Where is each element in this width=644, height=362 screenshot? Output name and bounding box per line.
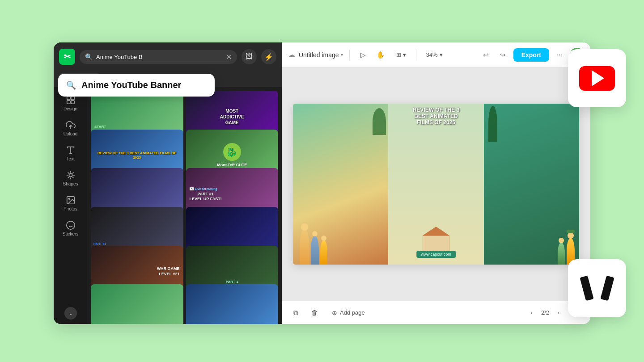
add-page-icon: ⊕ <box>332 309 337 316</box>
template-card[interactable]: PART 1 TIPS ON HOW <box>186 284 279 324</box>
search-dropdown: 🔍 Anime YouTube Banner <box>58 74 215 97</box>
sidebar-item-label: Shapes <box>63 181 78 186</box>
design-icon <box>66 95 76 105</box>
sidebar: ✂ 🔍 ✕ 🖼 ⚡ 🔍 Anime YouTube Banner Most po… <box>54 42 282 324</box>
delete-page-button[interactable]: 🗑 <box>308 306 321 320</box>
sidebar-item-shapes[interactable]: Shapes <box>57 167 84 190</box>
export-button[interactable]: Export <box>513 48 549 62</box>
more-button[interactable]: ··· <box>553 48 566 62</box>
toolbar-center: ▷ ✋ ⊞ ▾ 34% ▾ <box>356 48 475 62</box>
toolbar-divider-2 <box>416 50 416 60</box>
toolbar-left: ☁ Untitled image ▾ <box>288 51 343 59</box>
text-icon <box>66 145 76 155</box>
canvas-wrapper: REVIEW OF THE 3 BEST ANIMATED FILMS OF 2… <box>282 67 590 301</box>
canvas-area: ☁ Untitled image ▾ ▷ ✋ ⊞ ▾ 34% ▾ <box>282 42 590 324</box>
sidebar-top: ✂ 🔍 ✕ 🖼 ⚡ <box>54 42 282 69</box>
next-page-button[interactable]: › <box>553 307 564 319</box>
nav-icons: Design Upload Text Shapes Photos <box>54 87 87 324</box>
banner-panel-2: REVIEW OF THE 3 BEST ANIMATED FILMS OF 2… <box>388 104 483 265</box>
logo-icon: ✂ <box>59 49 75 65</box>
layout-icon: ⊞ <box>396 51 401 58</box>
svg-rect-3 <box>71 101 74 104</box>
svg-rect-15 <box>592 284 602 293</box>
add-page-label: Add page <box>340 309 365 316</box>
search-dropdown-text: Anime YouTube Banner <box>81 80 181 90</box>
svg-point-10 <box>66 221 74 229</box>
banner-main-title: REVIEW OF THE 3 BEST ANIMATED FILMS OF 2… <box>407 107 465 126</box>
app-container: ✂ 🔍 ✕ 🖼 ⚡ 🔍 Anime YouTube Banner Most po… <box>54 42 590 324</box>
canvas-document[interactable]: REVIEW OF THE 3 BEST ANIMATED FILMS OF 2… <box>293 104 579 265</box>
clear-search-icon[interactable]: ✕ <box>226 53 232 61</box>
sidebar-content: Design Upload Text Shapes Photos <box>54 87 282 324</box>
svg-point-7 <box>69 173 72 177</box>
page-indicator: 2/2 <box>541 309 549 316</box>
select-tool-button[interactable]: ▷ <box>356 48 370 62</box>
cloud-icon: ☁ <box>288 51 295 59</box>
nav-collapse-button[interactable]: ⌄ <box>64 307 77 320</box>
youtube-floating-icon <box>568 49 626 107</box>
banner-panel-1 <box>293 104 388 265</box>
upload-icon <box>66 120 76 130</box>
sidebar-item-text[interactable]: Text <box>57 142 84 165</box>
hand-tool-button[interactable]: ✋ <box>374 48 388 62</box>
prev-page-button[interactable]: ‹ <box>526 307 538 319</box>
zoom-value: 34% <box>426 51 438 58</box>
nav-bottom: ⌄ <box>64 303 77 320</box>
layout-arrow: ▾ <box>403 51 406 58</box>
sidebar-item-label: Design <box>64 106 77 111</box>
banner-panel-3 <box>484 104 579 265</box>
toolbar: ☁ Untitled image ▾ ▷ ✋ ⊞ ▾ 34% ▾ <box>282 42 590 67</box>
search-input[interactable] <box>96 54 222 60</box>
capcut-floating-icon <box>568 259 626 317</box>
sidebar-item-label: Stickers <box>63 232 79 236</box>
youtube-triangle <box>592 70 604 86</box>
sidebar-item-stickers[interactable]: Stickers <box>57 217 84 240</box>
doc-title-arrow: ▾ <box>341 52 343 57</box>
bottom-bar: ⧉ 🗑 ⊕ Add page ‹ 2/2 › ⛶ <box>282 301 590 324</box>
undo-button[interactable]: ↩ <box>479 48 493 62</box>
layout-button[interactable]: ⊞ ▾ <box>392 49 411 60</box>
sidebar-item-upload[interactable]: Upload <box>57 117 84 140</box>
document-title[interactable]: Untitled image ▾ <box>299 51 343 59</box>
svg-rect-0 <box>67 97 70 100</box>
template-grid: START NEW GAMEPLAY MOSTADDICTIVEGAME REV… <box>87 87 282 324</box>
stickers-icon <box>66 220 76 230</box>
svg-rect-13 <box>580 276 593 301</box>
search-dropdown-icon: 🔍 <box>66 80 76 90</box>
photos-icon <box>66 195 76 205</box>
sidebar-item-label: Upload <box>64 131 78 136</box>
svg-rect-14 <box>600 276 614 301</box>
redo-button[interactable]: ↪ <box>496 48 510 62</box>
sidebar-item-photos[interactable]: Photos <box>57 192 84 215</box>
banner-url: www.capcut.com <box>416 251 456 258</box>
sidebar-item-label: Text <box>66 156 74 161</box>
svg-point-9 <box>68 198 70 199</box>
banner-content: REVIEW OF THE 3 BEST ANIMATED FILMS OF 2… <box>293 104 579 265</box>
template-card[interactable]: AMAZINGGAME <box>91 284 183 324</box>
duplicate-page-button[interactable]: ⧉ <box>289 306 302 320</box>
shapes-icon <box>66 170 76 180</box>
youtube-play-button <box>579 66 615 91</box>
svg-rect-1 <box>71 97 74 100</box>
capcut-logo-svg <box>579 273 615 304</box>
search-bar[interactable]: 🔍 ✕ <box>80 50 237 64</box>
sidebar-item-label: Photos <box>64 206 77 211</box>
image-search-button[interactable]: 🖼 <box>242 49 257 64</box>
add-page-button[interactable]: ⊕ Add page <box>326 307 370 319</box>
zoom-button[interactable]: 34% ▾ <box>422 49 447 60</box>
svg-rect-2 <box>67 101 70 104</box>
search-icon: 🔍 <box>85 53 93 60</box>
zoom-arrow: ▾ <box>440 51 443 58</box>
toolbar-divider-1 <box>349 50 350 60</box>
filter-button[interactable]: ⚡ <box>261 49 276 64</box>
